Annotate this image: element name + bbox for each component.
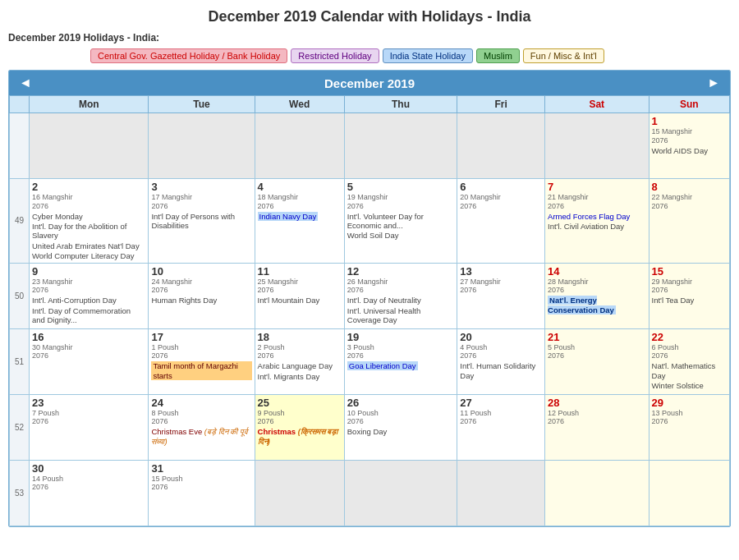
- date-secondary: 5 Poush2076: [548, 343, 645, 361]
- day-number: 14: [548, 265, 645, 278]
- event: Indian Navy Day: [258, 212, 342, 221]
- empty-cell: [255, 113, 344, 179]
- event: World Soil Day: [347, 231, 455, 240]
- prev-month-button[interactable]: ◄: [19, 76, 32, 90]
- date-secondary: 10 Poush2076: [347, 409, 455, 427]
- day-number: 11: [258, 265, 342, 278]
- table-row: 53 30 14 Poush2076 31 15 Poush2076: [10, 460, 730, 526]
- date-secondary: 11 Poush2076: [460, 409, 542, 427]
- day-number: 12: [347, 265, 455, 278]
- event: World AIDS Day: [652, 146, 727, 155]
- empty-cell: [344, 460, 457, 526]
- empty-cell: [649, 460, 729, 526]
- day-cell-dec25: 25 9 Poush2076 Christmas (क्रिसमस बड़ा द…: [255, 394, 344, 460]
- day-cell-dec7: 7 21 Mangshir2076 Armed Forces Flag Day …: [545, 179, 649, 264]
- col-fri: Fri: [457, 96, 545, 113]
- day-number: 17: [151, 331, 251, 343]
- day-number: 1: [652, 115, 727, 127]
- legend-fun: Fun / Misc & Int'l: [523, 48, 604, 63]
- day-cell-dec18: 18 2 Poush2076 Arabic Language Day Int'l…: [255, 328, 344, 394]
- day-cell-dec13: 13 27 Mangshir2076: [457, 263, 545, 328]
- event: Boxing Day: [347, 427, 455, 436]
- col-sat: Sat: [545, 96, 649, 113]
- event: Tamil month of Margazhi starts: [151, 361, 251, 380]
- date-secondary: 2 Poush2076: [258, 343, 342, 361]
- day-number: 5: [347, 181, 455, 193]
- empty-cell: [457, 113, 545, 179]
- col-wed: Wed: [255, 96, 344, 113]
- day-cell-dec4: 4 18 Mangshir2076 Indian Navy Day: [255, 179, 344, 264]
- calendar-grid: Mon Tue Wed Thu Fri Sat Sun 1: [9, 95, 730, 526]
- day-cell-dec23: 23 7 Poush2076: [30, 394, 149, 460]
- day-number: 31: [151, 462, 251, 475]
- page-title: December 2019 Calendar with Holidays - I…: [8, 8, 731, 25]
- col-sun: Sun: [649, 96, 729, 113]
- empty-cell: [30, 113, 149, 179]
- day-cell-dec2: 2 16 Mangshir2076 Cyber Monday Int'l. Da…: [30, 179, 149, 264]
- day-cell-dec16: 16 30 Mangshir2076: [30, 328, 149, 394]
- day-cell-dec9: 9 23 Mangshir2076 Int'l. Anti-Corruption…: [30, 263, 149, 328]
- subtitle: December 2019 Holidays - India:: [8, 32, 731, 44]
- event: Int'l. Migrants Day: [258, 372, 342, 381]
- table-row: 50 9 23 Mangshir2076 Int'l. Anti-Corrupt…: [10, 263, 730, 328]
- event: United Arab Emirates Nat'l Day: [32, 241, 145, 250]
- next-month-button[interactable]: ►: [707, 76, 720, 90]
- date-secondary: 26 Mangshir2076: [347, 278, 455, 296]
- week-number: 49: [10, 179, 30, 264]
- day-number: 22: [652, 331, 727, 343]
- event: Winter Solstice: [652, 381, 727, 390]
- date-secondary: 21 Mangshir2076: [548, 193, 645, 211]
- date-secondary: 6 Poush2076: [652, 343, 727, 361]
- date-secondary: 12 Poush2076: [548, 409, 645, 427]
- event: Int'l Mountain Day: [258, 296, 342, 305]
- day-number: 13: [460, 265, 542, 278]
- day-cell-dec17: 17 1 Poush2076 Tamil month of Margazhi s…: [149, 328, 255, 394]
- col-mon: Mon: [30, 96, 149, 113]
- date-secondary: 27 Mangshir2076: [460, 278, 542, 296]
- calendar-header: ◄ December 2019 ►: [9, 71, 730, 95]
- day-number: 21: [548, 331, 645, 343]
- date-secondary: 13 Poush2076: [652, 409, 727, 427]
- col-thu: Thu: [344, 96, 457, 113]
- legend-gov: Central Gov. Gazetted Holiday / Bank Hol…: [90, 48, 287, 63]
- day-number: 2: [32, 181, 145, 193]
- empty-cell: [149, 113, 255, 179]
- event: World Computer Literacy Day: [32, 251, 145, 260]
- date-secondary: 15 Mangshir2076: [652, 127, 727, 145]
- event: Int'l Tea Day: [652, 296, 727, 305]
- day-number: 6: [460, 181, 542, 193]
- date-secondary: 17 Mangshir2076: [151, 193, 251, 211]
- day-cell-dec22: 22 6 Poush2076 Nat'l. Mathematics Day Wi…: [649, 328, 729, 394]
- day-cell-dec24: 24 8 Poush2076 Christmas Eve (बड़े दिन क…: [149, 394, 255, 460]
- event: Int'l. Volunteer Day for Economic and...: [347, 212, 455, 231]
- week-number: [10, 113, 30, 179]
- day-number: 7: [548, 181, 645, 193]
- date-secondary: 15 Poush2076: [151, 475, 251, 493]
- event: Int'l. Universal Health Coverage Day: [347, 306, 455, 325]
- day-cell-dec26: 26 10 Poush2076 Boxing Day: [344, 394, 457, 460]
- date-secondary: 24 Mangshir2076: [151, 278, 251, 296]
- date-secondary: 22 Mangshir2076: [652, 193, 727, 211]
- table-row: 1 15 Mangshir2076 World AIDS Day: [10, 113, 730, 179]
- day-number: 20: [460, 331, 542, 343]
- empty-cell: [545, 460, 649, 526]
- empty-cell: [255, 460, 344, 526]
- event: Int'l. Day of Neutrality: [347, 296, 455, 305]
- day-cell-dec20: 20 4 Poush2076 Int'l. Human Solidarity D…: [457, 328, 545, 394]
- date-secondary: 19 Mangshir2076: [347, 193, 455, 211]
- event: Goa Liberation Day: [347, 361, 455, 370]
- table-row: 49 2 16 Mangshir2076 Cyber Monday Int'l.…: [10, 179, 730, 264]
- day-cell-dec14: 14 28 Mangshir2076 Nat'l. Energy Conserv…: [545, 263, 649, 328]
- day-number: 25: [258, 397, 342, 409]
- event: Christmas Eve (बड़े दिन की पूर्व संध्या): [151, 427, 251, 446]
- date-secondary: 8 Poush2076: [151, 409, 251, 427]
- day-cell-dec12: 12 26 Mangshir2076 Int'l. Day of Neutral…: [344, 263, 457, 328]
- event: Christmas (क्रिसमस बड़ा दिन): [258, 427, 342, 446]
- day-cell-dec11: 11 25 Mangshir2076 Int'l Mountain Day: [255, 263, 344, 328]
- legend: Central Gov. Gazetted Holiday / Bank Hol…: [90, 48, 731, 63]
- calendar: ◄ December 2019 ► Mon Tue Wed Thu Fri Sa…: [8, 70, 731, 527]
- event: Int'l. Anti-Corruption Day: [32, 296, 145, 305]
- day-number: 3: [151, 181, 251, 193]
- day-cell-dec19: 19 3 Poush2076 Goa Liberation Day: [344, 328, 457, 394]
- day-number: 18: [258, 331, 342, 343]
